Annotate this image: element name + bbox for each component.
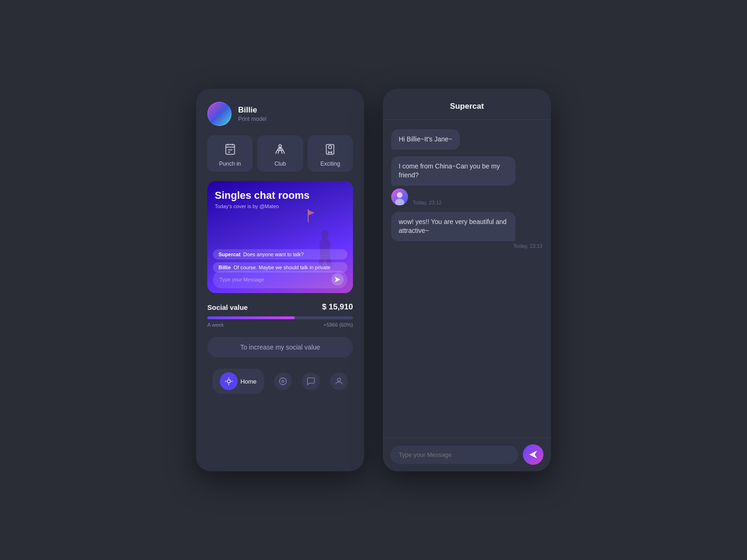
nav-home[interactable]: Home	[212, 369, 264, 394]
bottom-nav: Home	[207, 369, 353, 394]
chat-header-name: Supercat	[394, 102, 540, 111]
chat-messages: Hi Billie~It's Jane~ I come from China~C…	[383, 120, 551, 437]
chat-input-row	[383, 437, 551, 471]
banner-send-button[interactable]	[331, 273, 344, 286]
profile-name: Billie	[238, 105, 267, 115]
profile-info: Billie Print model	[238, 105, 267, 122]
right-phone: Supercat Hi Billie~It's Jane~ I come fro…	[383, 89, 551, 471]
punch-label: Punch in	[219, 161, 241, 167]
svg-rect-0	[226, 145, 234, 154]
home-nav-icon	[220, 372, 238, 390]
message-3: wow! yes!! You are very beautiful and at…	[391, 212, 515, 241]
svg-point-17	[282, 380, 284, 383]
social-value-amount: $ 15,910	[322, 302, 353, 312]
progress-change: +5966 (60%)	[324, 322, 353, 328]
svg-point-22	[338, 378, 341, 381]
banner-title: Singles chat rooms	[215, 189, 345, 202]
home-label: Home	[240, 378, 257, 385]
exciting-icon	[323, 142, 338, 157]
message-3-wrapper: wow! yes!! You are very beautiful and at…	[391, 212, 543, 249]
banner-sender-1: Supercat	[218, 252, 240, 257]
exciting-label: Exciting	[320, 161, 340, 167]
banner-input-placeholder: Type your Message	[219, 277, 331, 282]
msg-text-2: I come from China~Can you be my friend?	[399, 162, 508, 180]
chat-header: Supercat	[383, 89, 551, 120]
banner-input-row[interactable]: Type your Message	[213, 271, 347, 288]
banner-text-2: Of course. Maybe we should talk in priva…	[233, 265, 330, 270]
avatar	[207, 102, 232, 126]
left-phone: Billie Print model Punch in	[196, 89, 364, 471]
quick-actions: Punch in Club Exc	[207, 135, 353, 172]
action-club[interactable]: Club	[257, 135, 303, 172]
message-2: I come from China~Can you be my friend?	[391, 156, 515, 186]
svg-point-11	[227, 380, 231, 383]
cta-button[interactable]: To increase my social value	[207, 337, 353, 357]
profile-row: Billie Print model	[207, 102, 353, 126]
social-value-label: Social value	[207, 303, 248, 311]
message-1: Hi Billie~It's Jane~	[391, 129, 460, 150]
profile-subtitle: Print model	[238, 116, 267, 122]
progress-bar-bg	[207, 316, 353, 319]
punch-icon	[223, 142, 238, 157]
chat-send-button[interactable]	[523, 444, 543, 465]
svg-point-16	[280, 378, 287, 385]
nav-messages[interactable]	[302, 372, 320, 390]
msg-2-avatar-row: Today, 23:12	[391, 189, 543, 205]
msg-2-timestamp: Today, 23:12	[413, 200, 442, 205]
msg-text-1: Hi Billie~It's Jane~	[399, 135, 452, 144]
social-value-header: Social value $ 15,910	[207, 302, 353, 312]
chat-input[interactable]	[390, 446, 518, 464]
msg-3-timestamp: Today, 23:13	[391, 243, 543, 249]
msg-text-3: wow! yes!! You are very beautiful and at…	[399, 217, 508, 236]
social-value-section: Social value $ 15,910 A week +5966 (60%)	[207, 302, 353, 328]
banner-text-1: Does anyone want to talk?	[243, 252, 304, 257]
banner-sender-2: Billie	[218, 265, 231, 270]
progress-bar-fill	[207, 316, 295, 319]
chat-room-banner[interactable]: Singles chat rooms Today's cover is by @…	[207, 181, 353, 293]
banner-subtitle: Today's cover is by @Mateo	[215, 203, 345, 209]
action-punch-in[interactable]: Punch in	[207, 135, 253, 172]
sender-avatar	[391, 189, 408, 205]
banner-messages: Supercat Does anyone want to talk? Billi…	[213, 249, 347, 273]
svg-point-24	[397, 192, 402, 198]
banner-content: Singles chat rooms Today's cover is by @…	[207, 181, 353, 215]
progress-period: A week	[207, 322, 224, 328]
message-2-wrapper: I come from China~Can you be my friend?	[391, 156, 543, 205]
club-icon	[273, 142, 288, 157]
svg-point-8	[329, 146, 332, 149]
banner-msg-1: Supercat Does anyone want to talk?	[213, 249, 347, 259]
action-exciting[interactable]: Exciting	[308, 135, 353, 172]
club-label: Club	[275, 161, 286, 167]
nav-discover[interactable]	[274, 372, 292, 390]
nav-profile[interactable]	[330, 372, 348, 390]
progress-meta: A week +5966 (60%)	[207, 322, 353, 328]
